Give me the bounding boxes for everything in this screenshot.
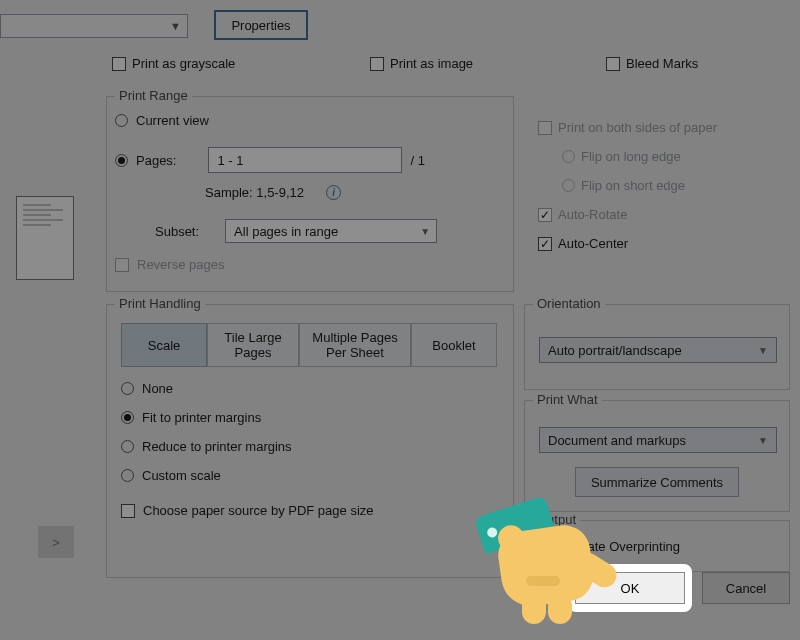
scale-custom-radio[interactable] [121,469,134,482]
ok-button[interactable]: OK [575,572,685,604]
page-preview [16,196,74,474]
tab-tile-label: Tile Large Pages [224,330,281,360]
tab-tile[interactable]: Tile Large Pages [207,323,299,367]
reverse-pages-label: Reverse pages [137,257,224,272]
flip-long-label: Flip on long edge [581,149,681,164]
print-as-image-checkbox[interactable] [370,57,384,71]
print-range-legend: Print Range [115,88,192,103]
tab-booklet-label: Booklet [432,338,475,353]
scale-reduce-radio[interactable] [121,440,134,453]
next-page-label: > [52,535,60,550]
bleed-marks-label: Bleed Marks [626,56,698,71]
subset-select[interactable]: All pages in range ▼ [225,219,437,243]
scale-fit-radio[interactable] [121,411,134,424]
scale-none-label: None [142,381,173,396]
duplex-group: Print on both sides of paper Flip on lon… [524,96,790,292]
pages-radio[interactable] [115,154,128,167]
prev-page-button[interactable] [0,526,30,558]
pages-input[interactable]: 1 - 1 [208,147,402,173]
auto-center-checkbox[interactable] [538,237,552,251]
sample-text: Sample: 1,5-9,12 [205,185,304,200]
tab-mpp-label: Multiple Pages Per Sheet [312,330,397,360]
orientation-group: Orientation Auto portrait/landscape ▼ [524,304,790,390]
print-handling-group: Print Handling Scale Tile Large Pages Mu… [106,304,514,578]
cancel-label: Cancel [726,581,766,596]
reverse-pages-checkbox [115,258,129,272]
tab-multiple-pages[interactable]: Multiple Pages Per Sheet [299,323,411,367]
chevron-down-icon: ▼ [170,20,181,32]
auto-center-label: Auto-Center [558,236,628,251]
print-what-value: Document and markups [548,433,686,448]
orientation-value: Auto portrait/landscape [548,343,682,358]
pages-total: / 1 [410,153,424,168]
printer-select[interactable]: ▼ [0,14,188,38]
simulate-overprinting-label: Simulate Overprinting [555,539,680,554]
orientation-legend: Orientation [533,296,605,311]
ok-label: OK [621,581,640,596]
choose-paper-checkbox[interactable] [121,504,135,518]
pages-label: Pages: [136,153,176,168]
pages-value: 1 - 1 [217,153,243,168]
flip-short-radio [562,179,575,192]
tab-booklet[interactable]: Booklet [411,323,497,367]
subset-label: Subset: [155,224,199,239]
both-sides-label: Print on both sides of paper [558,120,717,135]
print-what-legend: Print What [533,392,602,407]
cancel-button[interactable]: Cancel [702,572,790,604]
summarize-comments-label: Summarize Comments [591,475,723,490]
next-page-button[interactable]: > [38,526,74,558]
print-what-group: Print What Document and markups ▼ Summar… [524,400,790,512]
chevron-down-icon: ▼ [758,345,768,356]
bleed-marks-checkbox[interactable] [606,57,620,71]
tab-scale-label: Scale [148,338,181,353]
properties-button[interactable]: Properties [214,10,308,40]
flip-short-label: Flip on short edge [581,178,685,193]
print-what-select[interactable]: Document and markups ▼ [539,427,777,453]
page-thumb [16,196,74,280]
scale-custom-label: Custom scale [142,468,221,483]
tab-scale[interactable]: Scale [121,323,207,367]
flip-long-radio [562,150,575,163]
output-legend: Output [533,512,580,527]
summarize-comments-button[interactable]: Summarize Comments [575,467,739,497]
scale-reduce-label: Reduce to printer margins [142,439,292,454]
auto-rotate-checkbox[interactable] [538,208,552,222]
chevron-down-icon: ▼ [420,226,430,237]
scale-none-radio[interactable] [121,382,134,395]
print-handling-legend: Print Handling [115,296,205,311]
scale-fit-label: Fit to printer margins [142,410,261,425]
auto-rotate-label: Auto-Rotate [558,207,627,222]
info-icon[interactable]: i [326,185,341,200]
both-sides-checkbox [538,121,552,135]
current-view-label: Current view [136,113,209,128]
current-view-radio[interactable] [115,114,128,127]
print-as-image-label: Print as image [390,56,473,71]
choose-paper-label: Choose paper source by PDF page size [143,503,374,518]
print-grayscale-checkbox[interactable] [112,57,126,71]
chevron-down-icon: ▼ [758,435,768,446]
print-grayscale-label: Print as grayscale [132,56,235,71]
properties-label: Properties [231,18,290,33]
orientation-select[interactable]: Auto portrait/landscape ▼ [539,337,777,363]
simulate-overprinting-checkbox[interactable] [533,540,547,554]
subset-value: All pages in range [234,224,338,239]
print-range-group: Print Range Current view Pages: 1 - 1 / … [106,96,514,292]
